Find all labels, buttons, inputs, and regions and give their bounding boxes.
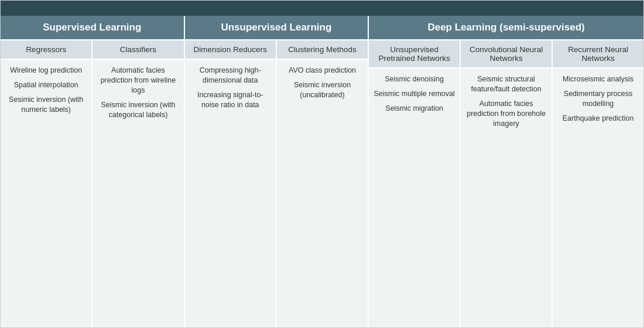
item-col-unsupervised-1: AVO class predictionSeismic inversion (u… xyxy=(277,60,368,327)
sub-col-supervised-1: Classifiers xyxy=(93,40,183,59)
list-item: Microseismic analysis xyxy=(563,74,633,84)
sub-col-unsupervised-0: Dimension Reducers xyxy=(185,40,277,59)
list-item: Spatial interpolation xyxy=(14,80,78,90)
sub-col-supervised-0: Regressors xyxy=(1,40,93,59)
list-item: Earthquake prediction xyxy=(563,114,634,124)
item-col-unsupervised-0: Compressing high-dimensional dataIncreas… xyxy=(185,60,277,327)
list-item: Sesimic inversion (with numeric labels) xyxy=(5,95,87,115)
items-row-unsupervised: Compressing high-dimensional dataIncreas… xyxy=(185,59,368,327)
section-deep: Deep Learning (semi-supervised)Unsupervi… xyxy=(369,16,643,327)
sub-col-unsupervised-1: Clustering Methods xyxy=(277,40,368,59)
sub-columns-deep: Unsupervised Pretrained NetworksConvolut… xyxy=(369,39,643,67)
items-row-supervised: Wireline log predictionSpatial interpola… xyxy=(1,59,184,327)
item-col-deep-2: Microseismic analysisSedimentary process… xyxy=(553,69,643,327)
main-table: Supervised LearningRegressorsClassifiers… xyxy=(1,16,643,327)
sub-columns-supervised: RegressorsClassifiers xyxy=(1,39,184,59)
list-item: Wireline log prediction xyxy=(10,66,82,76)
sub-columns-unsupervised: Dimension ReducersClustering Methods xyxy=(185,39,368,59)
list-item: Compressing high-dimensional data xyxy=(190,66,271,86)
item-col-supervised-0: Wireline log predictionSpatial interpola… xyxy=(1,60,93,327)
list-item: Seismic inversion (with categorical labe… xyxy=(97,100,179,120)
list-item: Increasing signal-to-noise ratio in data xyxy=(190,90,271,110)
sub-col-deep-2: Recurrent Neural Networks xyxy=(553,40,643,67)
list-item: Automatic facies prediction from wirelin… xyxy=(97,66,179,95)
list-item: Seismic multiple removal xyxy=(374,89,455,99)
list-item: Seismic migration xyxy=(385,104,443,114)
list-item: Sedimentary process modelling xyxy=(557,89,639,109)
sub-col-deep-1: Convolutional Neural Networks xyxy=(461,40,553,67)
list-item: Seismic structural feature/fault detecti… xyxy=(465,74,547,94)
list-item: Seismic denoising xyxy=(385,74,444,84)
section-header-unsupervised: Unsupervised Learning xyxy=(185,16,368,39)
item-col-supervised-1: Automatic facies prediction from wirelin… xyxy=(93,60,183,327)
section-header-deep: Deep Learning (semi-supervised) xyxy=(369,16,643,39)
item-col-deep-0: Seismic denoisingSeismic multiple remova… xyxy=(369,69,461,327)
section-unsupervised: Unsupervised LearningDimension ReducersC… xyxy=(185,16,369,327)
items-row-deep: Seismic denoisingSeismic multiple remova… xyxy=(369,67,643,327)
item-col-deep-1: Seismic structural feature/fault detecti… xyxy=(461,69,553,327)
list-item: AVO class prediction xyxy=(289,66,356,76)
section-supervised: Supervised LearningRegressorsClassifiers… xyxy=(1,16,185,327)
main-title xyxy=(1,1,643,16)
list-item: Automatic facies prediction from borehol… xyxy=(465,99,547,129)
section-header-supervised: Supervised Learning xyxy=(1,16,184,39)
list-item: Seismic inversion (uncalibrated) xyxy=(282,80,363,100)
sub-col-deep-0: Unsupervised Pretrained Networks xyxy=(369,40,461,67)
page-container: Supervised LearningRegressorsClassifiers… xyxy=(0,0,644,328)
